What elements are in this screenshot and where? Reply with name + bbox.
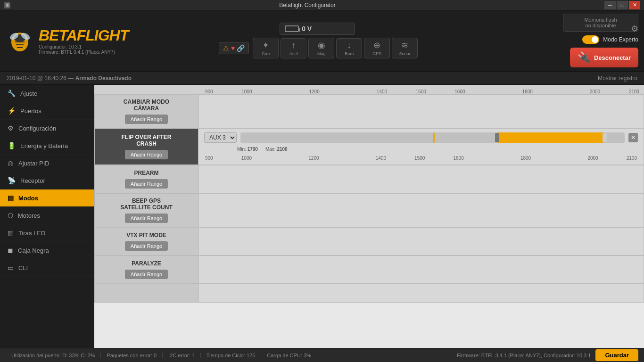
add-range-flip-btn[interactable]: Añadir Rango — [125, 150, 168, 159]
baro-icon: ↓ — [347, 41, 351, 50]
sidebar: 🔧 Ajuste ⚡ Puertos ⚙ Configuración 🔋 Ene… — [0, 85, 94, 348]
close-button[interactable]: ✕ — [629, 1, 640, 9]
tick-1400: 1400 — [376, 156, 386, 161]
energia-label: Energía y Batería — [20, 142, 68, 149]
sensor-baro[interactable]: ↓ Baro — [336, 38, 362, 58]
header: BETAFLIGHT Configurador: 10.3.1 Firmware… — [0, 10, 644, 72]
settings-gear-icon[interactable]: ⚙ — [631, 24, 638, 33]
mode-cambiar-modo-camara: CAMBIAR MODOCÁMARA Añadir Rango — [94, 94, 644, 128]
firmware-version: Firmware: BTFL 3.4.1 (Placa: ANY7) — [39, 49, 128, 55]
betaflight-logo-icon — [6, 28, 34, 54]
caja-negra-icon: ◼ — [8, 247, 13, 254]
add-range-cambiar-btn[interactable]: Añadir Rango — [125, 115, 168, 124]
mode-extra — [94, 284, 644, 303]
tick-2000: 2000 — [587, 156, 598, 161]
sensor-mag[interactable]: ◉ Mag — [308, 38, 334, 58]
configurador-version: Configurador: 10.3.1 — [39, 44, 128, 49]
configuracion-label: Configuración — [18, 125, 56, 132]
add-range-paralyze-btn[interactable]: Añadir Rango — [125, 270, 168, 279]
modos-label: Modos — [18, 195, 38, 202]
mode-content-prearm — [198, 165, 644, 193]
sidebar-item-puertos[interactable]: ⚡ Puertos — [0, 102, 94, 120]
maximize-button[interactable]: □ — [617, 1, 628, 9]
expert-mode-toggle[interactable] — [582, 35, 599, 44]
flash-memory-line2: no disponible — [569, 23, 632, 28]
mode-paralyze: PARALYZE Añadir Rango — [94, 255, 644, 284]
range-handle-left-flip[interactable] — [495, 133, 499, 142]
title-bar: ▣ Betaflight Configurator ─ □ ✕ — [0, 0, 644, 10]
tick-1200: 1200 — [308, 156, 319, 161]
sidebar-item-ajustar-pid[interactable]: ⚖ Ajustar PID — [0, 155, 94, 172]
mode-label-cambiar: CAMBIAR MODOCÁMARA Añadir Rango — [95, 95, 198, 128]
link-icon: 🔗 — [237, 44, 245, 52]
receptor-label: Receptor — [20, 177, 45, 184]
delete-range-flip-btn[interactable]: ✕ — [628, 133, 638, 142]
sensor-sonar[interactable]: ≋ Sonar — [392, 38, 418, 58]
mode-flip-over: FLIP OVER AFTERCRASH Añadir Rango AUX 3 … — [94, 128, 644, 165]
modos-icon: ▤ — [8, 194, 14, 202]
mode-label-flip: FLIP OVER AFTERCRASH Añadir Rango — [95, 129, 198, 165]
cli-label: CLI — [18, 264, 28, 272]
add-range-beep-gps-btn[interactable]: Añadir Rango — [125, 214, 168, 223]
mode-content-beep-gps — [198, 194, 644, 227]
sidebar-item-tiras-led[interactable]: ▦ Tiras LED — [0, 224, 94, 242]
footer: Utilización del puerto: D: 33% C: 2% Paq… — [0, 348, 644, 362]
dash-separator: — — [68, 75, 75, 82]
expert-mode-label: Modo Experto — [603, 36, 638, 43]
disconnect-button[interactable]: 🔌 Desconectar — [570, 48, 638, 67]
sidebar-item-receptor[interactable]: 📡 Receptor — [0, 172, 94, 189]
footer-stat-port: Utilización del puerto: D: 33% C: 2% — [6, 353, 101, 358]
sensor-acel[interactable]: ↑ Acel — [281, 38, 306, 58]
warning-icon: ⚠ — [223, 44, 229, 52]
tick-2100: 2100 — [627, 156, 637, 161]
sidebar-item-energia[interactable]: 🔋 Energía y Batería — [0, 137, 94, 155]
gps-icon: ⊕ — [373, 40, 380, 50]
battery-voltage: 0 V — [302, 25, 312, 33]
sidebar-item-modos[interactable]: ▤ Modos — [0, 189, 94, 207]
sensor-icons-row: ⚠ ♥ 🔗 ✦ Giro ↑ Acel ◉ Mag ↓ Baro — [217, 38, 418, 58]
save-button[interactable]: Guardar — [595, 349, 638, 361]
battery-display: 0 V — [280, 23, 355, 35]
range-handle-right-flip[interactable] — [603, 133, 607, 142]
acel-icon: ↑ — [291, 41, 296, 50]
scale-2000: 2000 — [590, 89, 600, 94]
add-range-prearm-btn[interactable]: Añadir Rango — [125, 179, 168, 189]
sidebar-item-motores[interactable]: ⬡ Motores — [0, 207, 94, 224]
current-position-marker-flip — [433, 132, 435, 143]
scale-1500: 1500 — [416, 89, 426, 94]
sidebar-item-ajuste[interactable]: 🔧 Ajuste — [0, 85, 94, 102]
range-info-flip: Min: 1700 Max: 2100 — [204, 147, 638, 152]
mode-label-extra — [95, 284, 198, 302]
flash-memory-display: Memoria flash no disponible — [563, 14, 638, 32]
aux-select-flip[interactable]: AUX 3 AUX 1 AUX 2 AUX 4 — [204, 132, 237, 143]
giro-icon: ✦ — [262, 40, 269, 50]
mode-beep-gps: BEEP GPSSATELLITE COUNT Añadir Rango — [94, 193, 644, 227]
mode-content-paralyze — [198, 256, 644, 283]
sensor-gps[interactable]: ⊕ GPS — [364, 38, 390, 58]
scale-1000: 1000 — [241, 89, 252, 94]
mode-label-paralyze: PARALYZE Añadir Rango — [95, 256, 198, 283]
ajuste-icon: 🔧 — [8, 90, 16, 97]
sidebar-item-cli[interactable]: ▭ CLI — [0, 259, 94, 277]
mode-name-vtx-pit: VTX PIT MODE — [126, 232, 166, 239]
ajustar-pid-label: Ajustar PID — [18, 160, 50, 167]
scale-labels-row: 900 1000 1200 1400 1500 1600 1800 2000 2… — [203, 89, 641, 94]
show-log-button[interactable]: Mostrar registro — [598, 75, 637, 82]
footer-stats: Utilización del puerto: D: 33% C: 2% Paq… — [6, 353, 317, 358]
sidebar-item-configuracion[interactable]: ⚙ Configuración — [0, 120, 94, 137]
range-slider-flip[interactable] — [240, 132, 625, 143]
motores-label: Motores — [18, 212, 40, 219]
sensor-giro[interactable]: ✦ Giro — [253, 38, 279, 58]
logo-text-area: BETAFLIGHT Configurador: 10.3.1 Firmware… — [39, 27, 128, 55]
heart-icon: ♥ — [231, 44, 235, 52]
scale-1800: 1800 — [522, 89, 533, 94]
mode-prearm: PREARM Añadir Rango — [94, 165, 644, 193]
tick-1000: 1000 — [241, 156, 252, 161]
add-range-vtx-pit-btn[interactable]: Añadir Rango — [125, 241, 168, 251]
datetime-text: 2019-01-10 @ 18:40:26 — [7, 75, 66, 82]
sidebar-item-caja-negra[interactable]: ◼ Caja Negra — [0, 242, 94, 259]
acel-label: Acel — [289, 51, 298, 56]
info-bar: 2019-01-10 @ 18:40:26 — Armado Desactiva… — [0, 72, 644, 85]
minimize-button[interactable]: ─ — [604, 1, 616, 9]
motores-icon: ⬡ — [8, 212, 13, 219]
